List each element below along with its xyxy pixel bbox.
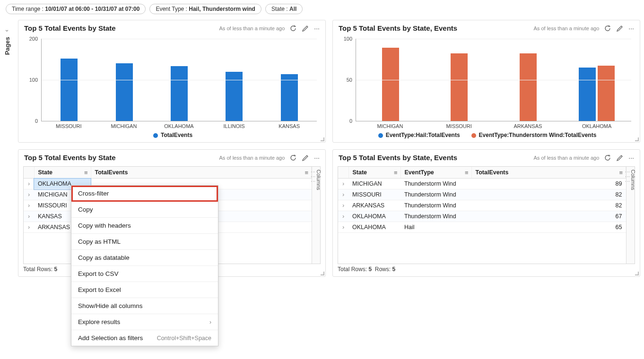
table-row[interactable]: ›ARKANSASThunderstorm Wind82 [338, 200, 626, 211]
cell-total[interactable]: 89 [471, 179, 626, 189]
resize-handle[interactable] [321, 137, 324, 141]
cell-state[interactable]: ARKANSAS [348, 200, 400, 211]
expand-row-icon[interactable]: › [338, 179, 348, 189]
x-axis-label: ILLINOIS [207, 123, 262, 129]
menu-showhide-columns[interactable]: Show/Hide all columns [71, 298, 218, 314]
menu-copy-html[interactable]: Copy as HTML [71, 234, 218, 250]
tile-timestamp: As of less than a minute ago [534, 26, 600, 31]
resize-handle[interactable] [635, 137, 639, 141]
filter-bar: Time range : 10/01/07 at 06:00 - 10/31/0… [0, 0, 644, 18]
expand-row-icon[interactable]: › [24, 179, 34, 189]
table-row[interactable]: ›OKLAHOMAHail65 [338, 222, 626, 233]
bar[interactable] [520, 53, 537, 121]
columns-panel-toggle[interactable]: ⋮⋮⋮Columns [626, 167, 635, 264]
tile-timestamp: As of less than a minute ago [534, 155, 600, 161]
cell-event[interactable]: Hail [400, 222, 471, 233]
col-header-total[interactable]: TotalEvents≡ [91, 167, 312, 179]
refresh-icon[interactable] [289, 154, 297, 162]
refresh-icon[interactable] [289, 25, 297, 32]
resize-handle[interactable] [635, 272, 639, 275]
table-footer: Total Rows: 5 Rows: 5 [338, 266, 635, 273]
cell-state[interactable]: OKLAHOMA [348, 211, 400, 222]
cell-total[interactable]: 82 [471, 200, 626, 211]
col-header-event[interactable]: EventType≡ [400, 167, 471, 179]
expand-row-icon[interactable]: › [24, 200, 34, 211]
more-icon[interactable]: ··· [628, 25, 634, 32]
legend-label: EventType:Hail:TotalEvents [386, 132, 460, 138]
cell-state[interactable]: MISSOURI [348, 189, 400, 200]
more-icon[interactable]: ··· [314, 25, 320, 32]
chevron-right-icon: › [209, 319, 211, 325]
tile-timestamp: As of less than a minute ago [219, 155, 285, 161]
chart-area[interactable]: 050100 MICHIGANMISSOURIARKANSASOKLAHOMA … [333, 34, 640, 142]
expand-row-icon[interactable]: › [24, 222, 34, 233]
edit-icon[interactable] [616, 25, 624, 32]
resize-handle[interactable] [321, 272, 324, 275]
cell-total[interactable]: 65 [471, 222, 626, 233]
cell-state[interactable]: OKLAHOMA [348, 222, 400, 233]
refresh-icon[interactable] [604, 154, 611, 162]
tile-top5-state: Top 5 Total Events by State As of less t… [18, 20, 326, 143]
menu-explore-results[interactable]: Explore results› [71, 314, 218, 330]
cell-event[interactable]: Thunderstorm Wind [400, 189, 471, 200]
bar[interactable] [598, 66, 615, 121]
cell-state[interactable]: MICHIGAN [348, 179, 400, 189]
bar[interactable] [281, 74, 298, 121]
more-icon[interactable]: ··· [628, 154, 634, 162]
menu-export-excel[interactable]: Export to Excel [71, 282, 218, 298]
filter-state[interactable]: State : All [265, 4, 303, 14]
edit-icon[interactable] [616, 154, 624, 162]
column-menu-icon[interactable]: ≡ [305, 169, 308, 176]
col-header-state[interactable]: State≡ [348, 167, 400, 179]
table-row[interactable]: ›MISSOURIThunderstorm Wind82 [338, 189, 626, 200]
expand-row-icon[interactable]: › [24, 211, 34, 222]
expand-row-icon[interactable]: › [338, 222, 348, 233]
data-table[interactable]: State≡ EventType≡ TotalEvents≡ ›MICHIGAN… [338, 167, 626, 233]
cell-event[interactable]: Thunderstorm Wind [400, 211, 471, 222]
table-row[interactable]: ›MICHIGANThunderstorm Wind89 [338, 179, 626, 189]
columns-panel-toggle[interactable]: ⋮⋮⋮Columns [312, 167, 320, 264]
pages-label: Pages [4, 37, 11, 55]
column-menu-icon[interactable]: ≡ [465, 169, 469, 176]
menu-add-selection-filters[interactable]: Add Selection as filtersControl+Shift+Sp… [71, 330, 218, 346]
bar[interactable] [116, 63, 133, 121]
menu-copy-headers[interactable]: Copy with headers [71, 218, 218, 234]
cell-total[interactable]: 82 [471, 189, 626, 200]
chart-area[interactable]: 0100200 MISSOURIMICHIGANOKLAHOMAILLINOIS… [18, 34, 325, 142]
menu-export-csv[interactable]: Export to CSV [71, 266, 218, 282]
refresh-icon[interactable] [604, 25, 611, 32]
bar[interactable] [382, 48, 399, 121]
tile-title: Top 5 Total Events by State [24, 154, 116, 162]
expand-row-icon[interactable]: › [338, 200, 348, 211]
x-axis-label: MISSOURI [41, 123, 96, 129]
cell-total[interactable]: 67 [471, 211, 626, 222]
cell-event[interactable]: Thunderstorm Wind [400, 200, 471, 211]
bar[interactable] [579, 68, 596, 121]
edit-icon[interactable] [302, 25, 309, 32]
edit-icon[interactable] [302, 154, 309, 162]
bar[interactable] [451, 53, 468, 121]
x-axis-label: MICHIGAN [96, 123, 152, 129]
x-axis-label: MICHIGAN [356, 123, 425, 129]
bar[interactable] [171, 66, 188, 121]
cell-event[interactable]: Thunderstorm Wind [400, 179, 471, 189]
table-row[interactable]: ›OKLAHOMAThunderstorm Wind67 [338, 211, 626, 222]
filter-time-range[interactable]: Time range : 10/01/07 at 06:00 - 10/31/0… [6, 4, 146, 14]
bar[interactable] [61, 59, 78, 121]
menu-copy-datatable[interactable]: Copy as datatable [71, 250, 218, 266]
menu-cross-filter[interactable]: Cross-filter [71, 186, 218, 202]
menu-copy[interactable]: Copy [71, 202, 218, 218]
col-header-total[interactable]: TotalEvents≡ [471, 167, 626, 179]
column-menu-icon[interactable]: ≡ [394, 169, 398, 176]
col-header-state[interactable]: State≡ [34, 167, 91, 179]
expand-row-icon[interactable]: › [338, 189, 348, 200]
bar[interactable] [226, 72, 243, 121]
column-menu-icon[interactable]: ≡ [619, 169, 623, 176]
pages-pane-toggle[interactable]: › Pages [0, 18, 14, 359]
expand-row-icon[interactable]: › [24, 189, 34, 200]
filter-event-type[interactable]: Event Type : Hail, Thunderstorm wind [149, 4, 261, 14]
x-axis-label: MISSOURI [425, 123, 494, 129]
more-icon[interactable]: ··· [314, 154, 320, 162]
column-menu-icon[interactable]: ≡ [84, 169, 88, 176]
expand-row-icon[interactable]: › [338, 211, 348, 222]
